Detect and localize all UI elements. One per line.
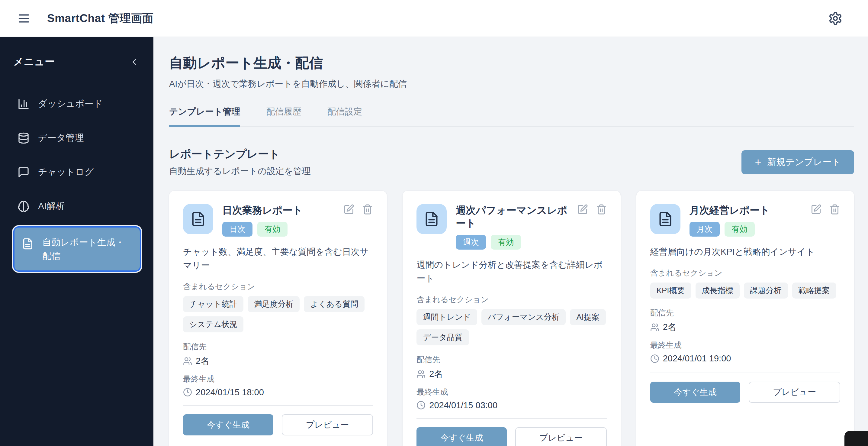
sidebar-item-label: チャットログ [38,166,94,178]
card-description: 経営層向けの月次KPIと戦略的インサイト [650,245,840,259]
template-card-weekly: 週次パフォーマンスレポート 週次 有効 [403,191,620,446]
file-text-icon [183,204,213,234]
frequency-badge: 日次 [222,222,252,237]
template-card-grid: 日次業務レポート 日次 有効 [169,191,854,446]
edit-icon[interactable] [343,204,354,215]
file-text-icon [22,238,34,250]
card-description: チャット数、満足度、主要な質問を含む日次サマリー [183,245,373,272]
gear-icon[interactable] [828,11,843,26]
section-chip: データ品質 [416,329,469,346]
trash-icon[interactable] [596,204,607,215]
recipients-value: 2名 [429,368,443,380]
menu-icon[interactable] [17,11,31,25]
clock-icon [183,388,192,397]
card-title: 週次パフォーマンスレポート [456,204,573,230]
card-title: 日次業務レポート [222,204,340,217]
last-generated-label: 最終生成 [183,374,373,384]
app-title: SmartChat 管理画面 [47,11,153,26]
database-icon [18,132,30,144]
edit-icon[interactable] [577,204,588,215]
frequency-badge: 週次 [456,235,486,249]
new-template-button[interactable]: + 新規テンプレート [741,150,854,174]
section-subtitle: 自動生成するレポートの設定を管理 [169,165,311,177]
preview-button[interactable]: プレビュー [282,414,373,436]
tab-delivery-history[interactable]: 配信履歴 [266,106,301,127]
trash-icon[interactable] [829,204,840,215]
section-chip: チャット統計 [183,296,243,312]
template-card-daily: 日次業務レポート 日次 有効 [169,191,387,446]
section-chip: パフォーマンス分析 [482,309,566,325]
trash-icon[interactable] [362,204,373,215]
section-title: レポートテンプレート [169,147,311,162]
sidebar-item-dashboard[interactable]: ダッシュボード [13,90,141,118]
main-content: 自動レポート生成・配信 AIが日次・週次で業務レポートを自動作成し、関係者に配信… [153,37,868,446]
chevron-left-icon[interactable] [129,56,141,68]
clock-icon [416,401,426,410]
corner-overlay-widget[interactable] [844,431,868,446]
tab-bar: テンプレート管理 配信履歴 配信設定 [169,106,854,127]
sidebar-item-ai-analysis[interactable]: AI解析 [13,192,141,220]
edit-icon[interactable] [811,204,822,215]
last-generated-value: 2024/01/01 19:00 [663,354,731,363]
sidebar-item-data-management[interactable]: データ管理 [13,124,141,152]
users-icon [183,357,192,366]
new-template-button-label: 新規テンプレート [767,156,841,168]
preview-button[interactable]: プレビュー [749,382,840,403]
brain-icon [18,200,30,212]
section-heading-block: レポートテンプレート 自動生成するレポートの設定を管理 [169,147,311,177]
bar-chart-icon [18,98,30,110]
recipients-label: 配信先 [416,354,607,365]
last-generated-label: 最終生成 [416,387,607,397]
page-title: 自動レポート生成・配信 [169,54,854,72]
page-subtitle: AIが日次・週次で業務レポートを自動作成し、関係者に配信 [169,78,854,90]
sidebar-item-label: データ管理 [38,132,84,144]
section-chip: AI提案 [570,309,606,325]
card-title: 月次経営レポート [689,204,807,217]
frequency-badge: 月次 [689,222,720,237]
section-chip: 成長指標 [695,283,740,299]
sections-label: 含まれるセクション [183,281,373,292]
sidebar-item-label: ダッシュボード [38,98,103,110]
recipients-label: 配信先 [650,307,840,318]
preview-button[interactable]: プレビュー [515,427,607,446]
card-flex-spacer [650,403,840,446]
generate-now-button[interactable]: 今すぐ生成 [416,427,507,446]
status-badge: 有効 [257,222,287,237]
section-chips: チャット統計 満足度分析 よくある質問 システム状況 [183,296,373,332]
status-badge: 有効 [491,235,521,249]
sidebar-item-chat-log[interactable]: チャットログ [13,158,141,186]
recipients-label: 配信先 [183,341,373,352]
section-chip: よくある質問 [304,296,364,312]
section-chip: 戦略提案 [792,283,836,299]
section-chips: KPI概要 成長指標 課題分析 戦略提案 [650,283,840,299]
card-description: 週間のトレンド分析と改善提案を含む詳細レポート [416,258,607,285]
section-chip: KPI概要 [650,283,691,299]
section-chip: 週間トレンド [416,309,477,325]
recipients-value: 2名 [663,321,677,333]
tab-delivery-settings[interactable]: 配信設定 [327,106,362,127]
chat-bubble-icon [18,166,30,178]
template-card-monthly: 月次経営レポート 月次 有効 [637,191,854,446]
file-text-icon [650,204,680,234]
sidebar-item-label: 自動レポート生成・配信 [42,235,132,263]
users-icon [650,323,659,332]
sections-label: 含まれるセクション [416,294,607,305]
generate-now-button[interactable]: 今すぐ生成 [650,382,741,403]
plus-icon: + [755,157,761,168]
recipients-value: 2名 [196,355,209,367]
section-chip: 課題分析 [744,283,788,299]
last-generated-value: 2024/01/15 03:00 [429,400,497,410]
last-generated-value: 2024/01/15 18:00 [196,387,264,397]
users-icon [416,369,426,379]
file-text-icon [416,204,447,234]
sections-label: 含まれるセクション [650,268,840,278]
status-badge: 有効 [724,222,755,237]
tab-template-management[interactable]: テンプレート管理 [169,106,240,127]
section-chips: 週間トレンド パフォーマンス分析 AI提案 データ品質 [416,309,607,346]
clock-icon [650,354,659,363]
top-header: SmartChat 管理画面 [0,0,868,37]
last-generated-label: 最終生成 [650,340,840,351]
sidebar-item-auto-report[interactable]: 自動レポート生成・配信 [13,226,141,272]
generate-now-button[interactable]: 今すぐ生成 [183,414,273,436]
section-chip: システム状況 [183,316,243,332]
